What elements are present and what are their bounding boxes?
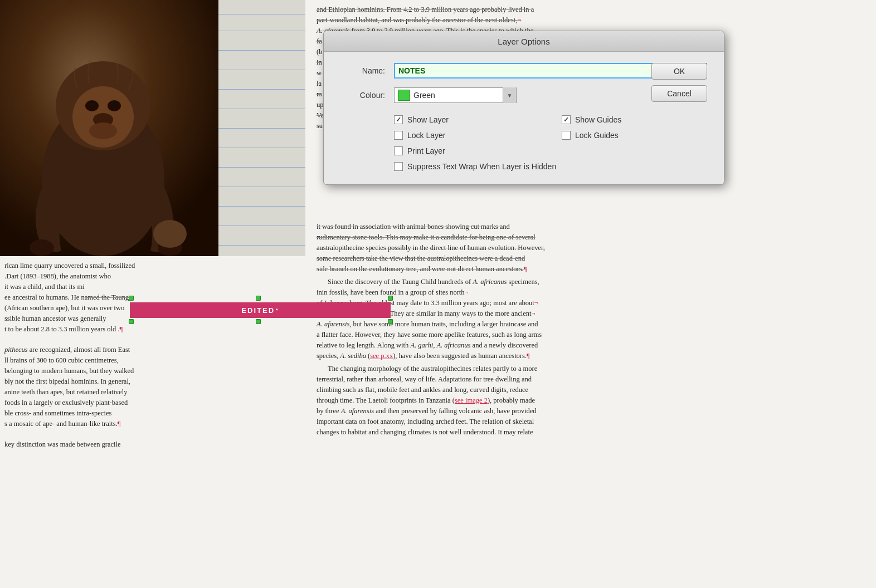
show-layer-label: Show Layer (407, 115, 449, 124)
colour-value: Green (413, 91, 503, 100)
show-guides-row: Show Guides (562, 115, 707, 124)
suppress-text-checkbox[interactable] (394, 162, 403, 171)
colour-swatch (398, 90, 410, 101)
show-guides-checkbox[interactable] (562, 115, 571, 124)
lock-layer-label: Lock Layer (407, 131, 445, 140)
show-layer-row: Show Layer (394, 115, 539, 124)
dialog-titlebar: Layer Options (324, 31, 724, 52)
dialog-title: Layer Options (498, 37, 549, 46)
lock-layer-row: Lock Layer (394, 131, 539, 140)
checkbox-grid: Show Layer Show Guides Lock Layer Lock G… (394, 115, 707, 155)
dialog-overlay: Layer Options OK Cancel Name: Colour: Gr… (0, 0, 876, 588)
lock-guides-label: Lock Guides (575, 131, 619, 140)
lock-guides-checkbox[interactable] (562, 131, 571, 140)
suppress-text-row: Suppress Text Wrap When Layer is Hidden (394, 162, 707, 171)
colour-label: Colour: (340, 91, 385, 100)
suppress-text-label: Suppress Text Wrap When Layer is Hidden (407, 162, 556, 171)
print-layer-checkbox[interactable] (394, 146, 403, 155)
name-label: Name: (340, 66, 385, 75)
colour-dropdown-arrow[interactable]: ▼ (503, 87, 516, 103)
print-layer-label: Print Layer (407, 146, 445, 155)
dialog-buttons: OK Cancel (651, 63, 707, 102)
colour-select[interactable]: Green ▼ (394, 87, 517, 103)
lock-guides-row: Lock Guides (562, 131, 707, 140)
lock-layer-checkbox[interactable] (394, 131, 403, 140)
show-layer-checkbox[interactable] (394, 115, 403, 124)
cancel-button[interactable]: Cancel (651, 85, 707, 102)
show-guides-label: Show Guides (575, 115, 621, 124)
layer-options-dialog: Layer Options OK Cancel Name: Colour: Gr… (323, 31, 724, 185)
print-layer-row: Print Layer (394, 146, 539, 155)
checkboxes-area: Show Layer Show Guides Lock Layer Lock G… (324, 112, 724, 171)
ok-button[interactable]: OK (651, 63, 707, 80)
